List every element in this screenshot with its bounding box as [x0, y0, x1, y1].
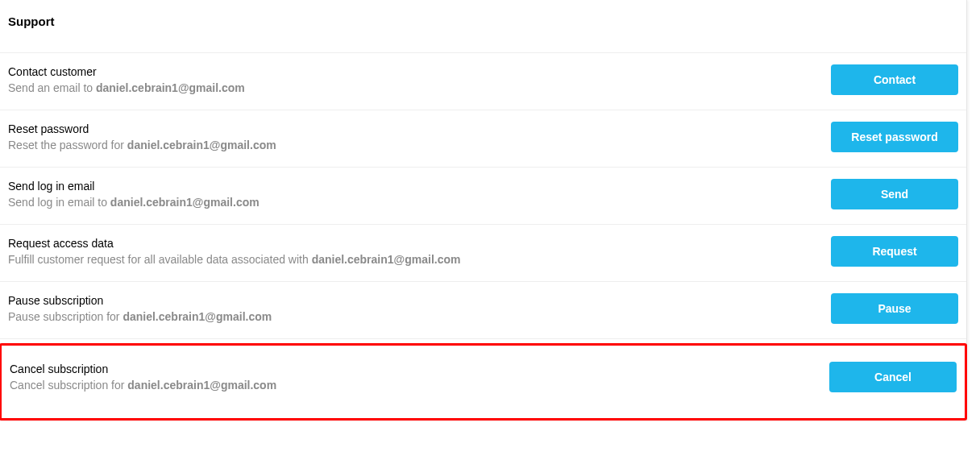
- desc-prefix: Send an email to: [8, 81, 96, 94]
- desc-prefix: Reset the password for: [8, 139, 127, 151]
- row-pause-subscription: Pause subscription Pause subscription fo…: [0, 281, 966, 338]
- row-description: Reset the password for daniel.cebrain1@g…: [8, 139, 831, 151]
- row-cancel-subscription: Cancel subscription Cancel subscription …: [2, 346, 965, 418]
- row-description: Fulfill customer request for all availab…: [8, 253, 831, 266]
- contact-button[interactable]: Contact: [831, 64, 958, 95]
- row-title: Contact customer: [8, 65, 831, 78]
- request-button[interactable]: Request: [831, 236, 958, 267]
- row-title: Reset password: [8, 122, 831, 135]
- customer-email: daniel.cebrain1@gmail.com: [110, 196, 260, 209]
- row-description: Pause subscription for daniel.cebrain1@g…: [8, 310, 831, 323]
- customer-email: daniel.cebrain1@gmail.com: [127, 139, 276, 151]
- highlight-box: Cancel subscription Cancel subscription …: [0, 343, 967, 421]
- support-panel: Support Contact customer Send an email t…: [0, 0, 967, 421]
- desc-prefix: Fulfill customer request for all availab…: [8, 253, 312, 266]
- row-text: Request access data Fulfill customer req…: [8, 237, 831, 266]
- row-text: Pause subscription Pause subscription fo…: [8, 294, 831, 323]
- row-text: Reset password Reset the password for da…: [8, 122, 831, 151]
- row-title: Cancel subscription: [10, 363, 829, 375]
- customer-email: daniel.cebrain1@gmail.com: [96, 81, 245, 94]
- row-text: Send log in email Send log in email to d…: [8, 180, 831, 209]
- row-reset-password: Reset password Reset the password for da…: [0, 110, 966, 167]
- desc-prefix: Send log in email to: [8, 196, 110, 209]
- pause-button[interactable]: Pause: [831, 293, 958, 324]
- row-contact-customer: Contact customer Send an email to daniel…: [0, 52, 966, 110]
- desc-prefix: Cancel subscription for: [10, 379, 127, 392]
- reset-password-button[interactable]: Reset password: [831, 122, 958, 152]
- desc-prefix: Pause subscription for: [8, 310, 122, 323]
- customer-email: daniel.cebrain1@gmail.com: [127, 379, 276, 392]
- row-description: Cancel subscription for daniel.cebrain1@…: [10, 379, 829, 392]
- row-title: Send log in email: [8, 180, 831, 193]
- section-heading: Support: [0, 0, 966, 52]
- row-title: Request access data: [8, 237, 831, 250]
- row-text: Contact customer Send an email to daniel…: [8, 65, 831, 94]
- cancel-button[interactable]: Cancel: [829, 362, 957, 392]
- row-text: Cancel subscription Cancel subscription …: [10, 363, 829, 392]
- row-send-login-email: Send log in email Send log in email to d…: [0, 167, 966, 224]
- customer-email: daniel.cebrain1@gmail.com: [122, 310, 272, 323]
- send-button[interactable]: Send: [831, 179, 958, 209]
- row-description: Send log in email to daniel.cebrain1@gma…: [8, 196, 831, 209]
- customer-email: daniel.cebrain1@gmail.com: [312, 253, 461, 266]
- row-title: Pause subscription: [8, 294, 831, 307]
- row-description: Send an email to daniel.cebrain1@gmail.c…: [8, 81, 831, 94]
- row-request-access-data: Request access data Fulfill customer req…: [0, 224, 966, 281]
